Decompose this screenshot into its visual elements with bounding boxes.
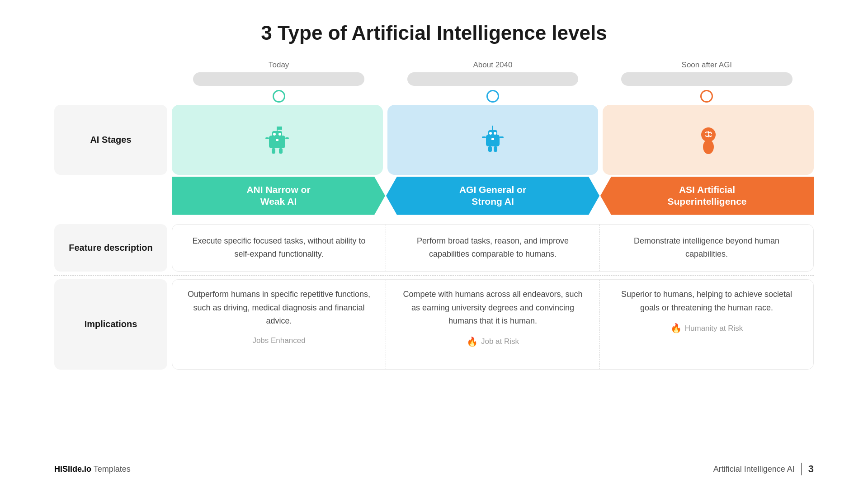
svg-rect-20 xyxy=(492,126,493,131)
stages-label: AI Stages xyxy=(54,105,167,175)
svg-rect-8 xyxy=(279,148,283,154)
svg-rect-5 xyxy=(265,137,269,139)
ani-badge-text: Jobs Enhanced xyxy=(252,334,305,347)
arrow-spacer xyxy=(54,177,172,215)
ani-label-arrow: ANI Narrow orWeak AI xyxy=(172,177,385,215)
arrow-labels: ANI Narrow orWeak AI AGI General orStron… xyxy=(172,177,814,215)
svg-rect-7 xyxy=(272,148,275,154)
ani-impl-text: Outperform humans in specific repetitive… xyxy=(188,290,370,325)
timeline-pill-1 xyxy=(193,72,364,86)
asi-fire-icon: 🔥 xyxy=(670,321,682,336)
agi-badge-text: Job at Risk xyxy=(481,335,519,348)
timeline-block-1: Today xyxy=(172,61,386,86)
svg-point-13 xyxy=(489,132,492,135)
dot-agi xyxy=(488,91,498,101)
timeline-label-2: About 2040 xyxy=(473,61,513,70)
footer-page-number: 3 xyxy=(808,463,814,475)
footer-brand: HiSlide.io Templates xyxy=(54,465,131,474)
agi-label-arrow: AGI General orStrong AI xyxy=(386,177,599,215)
dot-cell-2 xyxy=(386,91,599,101)
arrow-labels-row: ANI Narrow orWeak AI AGI General orStron… xyxy=(54,177,814,215)
page-title: 3 Type of Artificial Intelligence levels xyxy=(261,22,607,44)
footer-right: Artificial Intelligence AI 3 xyxy=(713,463,814,475)
feature-desc-cols: Execute specific focused tasks, without … xyxy=(172,224,814,272)
implications-section: Implications Outperform humans in specif… xyxy=(54,275,814,370)
svg-point-3 xyxy=(278,133,281,136)
svg-rect-9 xyxy=(277,127,278,132)
svg-rect-10 xyxy=(278,127,282,130)
svg-rect-19 xyxy=(494,146,497,152)
timeline-label-1: Today xyxy=(269,61,289,70)
svg-rect-6 xyxy=(285,137,289,139)
timeline-row: Today About 2040 Soon after AGI xyxy=(54,61,814,86)
ani-implications: Outperform humans in specific repetitive… xyxy=(172,280,386,369)
footer: HiSlide.io Templates Artificial Intellig… xyxy=(0,463,868,475)
asi-impl-badge: 🔥 Humanity at Risk xyxy=(613,321,801,336)
svg-rect-18 xyxy=(488,146,492,152)
agi-label-text: AGI General orStrong AI xyxy=(459,184,526,208)
ai-stages-section: AI Stages xyxy=(54,105,814,175)
implications-label: Implications xyxy=(54,279,167,370)
dot-cell-3 xyxy=(600,91,814,101)
ani-label-text: ANI Narrow orWeak AI xyxy=(246,184,310,208)
stages-icons xyxy=(172,105,814,175)
agi-feature-desc: Perform broad tasks, reason, and improve… xyxy=(386,225,600,271)
timeline-pill-3 xyxy=(621,72,793,86)
asi-brain-icon xyxy=(690,122,726,158)
dot-asi xyxy=(702,91,712,101)
implications-cols: Outperform humans in specific repetitive… xyxy=(172,279,814,370)
agi-impl-badge: 🔥 Job at Risk xyxy=(399,334,587,349)
agi-robot-icon xyxy=(475,122,511,158)
feature-description-section: Feature description Execute specific foc… xyxy=(54,224,814,272)
dot-cell-1 xyxy=(172,91,386,101)
svg-rect-15 xyxy=(491,138,494,140)
svg-rect-17 xyxy=(500,136,504,138)
footer-right-text: Artificial Intelligence AI xyxy=(713,465,795,474)
dot-ani xyxy=(274,91,284,101)
asi-feature-desc: Demonstrate intelligence beyond human ca… xyxy=(600,225,813,271)
agi-fire-icon: 🔥 xyxy=(467,334,478,349)
timeline-block-3: Soon after AGI xyxy=(600,61,814,86)
agi-implications: Compete with humans across all endeavors… xyxy=(386,280,600,369)
footer-brand-suffix: Templates xyxy=(91,465,131,474)
asi-label-text: ASI ArtificialSuperintelligence xyxy=(667,184,746,208)
footer-brand-name: HiSlide.io xyxy=(54,465,91,474)
asi-label-arrow: ASI ArtificialSuperintelligence xyxy=(600,177,814,215)
dot-row xyxy=(54,91,814,101)
svg-rect-4 xyxy=(276,139,278,141)
timeline-label-3: Soon after AGI xyxy=(682,61,732,70)
svg-point-14 xyxy=(494,132,496,135)
svg-point-2 xyxy=(273,133,276,136)
footer-divider xyxy=(801,463,802,475)
timeline-pill-2 xyxy=(407,72,579,86)
ani-feature-desc: Execute specific focused tasks, without … xyxy=(172,225,386,271)
asi-impl-text: Superior to humans, helping to achieve s… xyxy=(621,290,792,312)
svg-point-22 xyxy=(703,140,714,154)
asi-badge-text: Humanity at Risk xyxy=(685,322,743,335)
asi-implications: Superior to humans, helping to achieve s… xyxy=(600,280,813,369)
asi-icon-box xyxy=(603,105,814,175)
svg-rect-0 xyxy=(269,136,285,148)
ani-icon-box xyxy=(172,105,383,175)
ani-impl-badge: Jobs Enhanced xyxy=(185,334,373,347)
timeline-block-2: About 2040 xyxy=(386,61,599,86)
ani-robot-icon xyxy=(259,122,295,158)
svg-rect-16 xyxy=(482,136,486,138)
agi-impl-text: Compete with humans across all endeavors… xyxy=(403,290,582,325)
feature-desc-label: Feature description xyxy=(54,224,167,272)
agi-icon-box xyxy=(387,105,599,175)
